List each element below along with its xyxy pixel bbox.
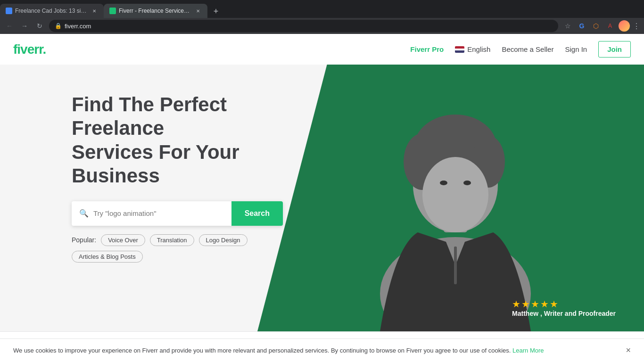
tab2-title: Fiverr - Freelance Services Marke...: [119, 8, 191, 14]
language-label: English: [467, 45, 490, 53]
reviewer-name: Matthew , Writer and Proofreader: [512, 310, 616, 317]
svg-point-8: [463, 181, 471, 185]
url-text: fiverr.com: [65, 23, 91, 30]
address-right-icons: ☆ G ⬡ A ⋮: [562, 20, 640, 32]
cookie-close-button[interactable]: ×: [626, 346, 631, 355]
header-nav: Fiverr Pro English Become a Seller Sign …: [410, 41, 631, 58]
reviewer-title: , Writer and Proofreader: [540, 310, 616, 317]
sign-in-link[interactable]: Sign In: [565, 45, 587, 53]
hero-section: ★★★★★ Matthew , Writer and Proofreader F…: [0, 65, 644, 331]
popular-tag-voice-over[interactable]: Voice Over: [101, 234, 145, 246]
menu-button[interactable]: ⋮: [633, 22, 640, 31]
popular-row: Popular: Voice Over Translation Logo Des…: [72, 234, 283, 263]
svg-point-7: [440, 181, 447, 185]
star-rating: ★★★★★: [512, 298, 616, 310]
popular-tag-logo-design[interactable]: Logo Design: [199, 234, 248, 246]
us-flag-icon: [455, 46, 464, 53]
tab-bar: Freelance Cad Jobs: 13 sites for f ✕ Fiv…: [0, 0, 644, 18]
lock-icon: 🔒: [55, 23, 62, 29]
rating-badge: ★★★★★ Matthew , Writer and Proofreader: [512, 298, 616, 317]
tab1-title: Freelance Cad Jobs: 13 sites for f: [15, 8, 88, 14]
tab1-favicon: [6, 8, 12, 14]
cookie-banner: We use cookies to improve your experienc…: [0, 338, 644, 362]
reviewer-name-bold: Matthew: [512, 310, 538, 317]
profile-avatar[interactable]: [619, 20, 630, 32]
become-seller-link[interactable]: Become a Seller: [502, 45, 553, 53]
cookie-text: We use cookies to improve your experienc…: [13, 347, 616, 354]
hero-title-line2: Services For Your Business: [72, 141, 239, 187]
bookmark-icon[interactable]: ☆: [562, 20, 573, 32]
new-tab-button[interactable]: +: [209, 5, 223, 18]
extension-icon[interactable]: ⬡: [590, 20, 602, 32]
hero-title: Find The Perfect Freelance Services For …: [72, 93, 283, 188]
tab2-close[interactable]: ✕: [194, 7, 202, 15]
acrobat-icon[interactable]: A: [604, 20, 616, 32]
join-button[interactable]: Join: [598, 41, 631, 58]
popular-tag-articles-blog[interactable]: Articles & Blog Posts: [72, 251, 143, 263]
g-icon[interactable]: G: [576, 20, 587, 32]
fiverr-header: fiverr. Fiverr Pro English Become a Sell…: [0, 34, 644, 65]
hero-person-image: [356, 65, 554, 331]
logo-text: fiverr: [13, 42, 43, 57]
tab-1[interactable]: Freelance Cad Jobs: 13 sites for f ✕: [0, 4, 104, 18]
search-bar: 🔍 Search: [72, 201, 283, 226]
address-bar: ← → ↻ 🔒 fiverr.com ☆ G ⬡ A ⋮: [0, 18, 644, 34]
fiverr-logo[interactable]: fiverr.: [13, 42, 46, 57]
search-input[interactable]: [93, 209, 224, 217]
tab1-close[interactable]: ✕: [91, 7, 98, 15]
language-selector[interactable]: English: [455, 45, 490, 53]
tab-2[interactable]: Fiverr - Freelance Services Marke... ✕: [104, 4, 207, 18]
tab2-favicon: [109, 8, 116, 14]
cookie-message: We use cookies to improve your experienc…: [13, 347, 511, 354]
hero-title-line1: Find The Perfect Freelance: [72, 93, 227, 139]
reload-button[interactable]: ↻: [34, 20, 45, 32]
svg-rect-9: [454, 247, 457, 284]
search-button[interactable]: Search: [231, 201, 283, 226]
hero-content: Find The Perfect Freelance Services For …: [0, 65, 283, 263]
fiverr-page: fiverr. Fiverr Pro English Become a Sell…: [0, 34, 644, 362]
back-button[interactable]: ←: [4, 20, 15, 32]
search-input-wrap: 🔍: [72, 201, 231, 226]
popular-label: Popular:: [72, 236, 96, 244]
url-field[interactable]: 🔒 fiverr.com: [49, 20, 558, 32]
cookie-learn-more-link[interactable]: Learn More: [512, 347, 544, 354]
svg-point-6: [422, 157, 488, 232]
fiverr-pro-link[interactable]: Fiverr Pro: [410, 45, 444, 53]
logo-dot: .: [43, 42, 46, 57]
search-icon: 🔍: [79, 209, 89, 218]
forward-button[interactable]: →: [19, 20, 30, 32]
browser-chrome: Freelance Cad Jobs: 13 sites for f ✕ Fiv…: [0, 0, 644, 34]
popular-tag-translation[interactable]: Translation: [150, 234, 194, 246]
